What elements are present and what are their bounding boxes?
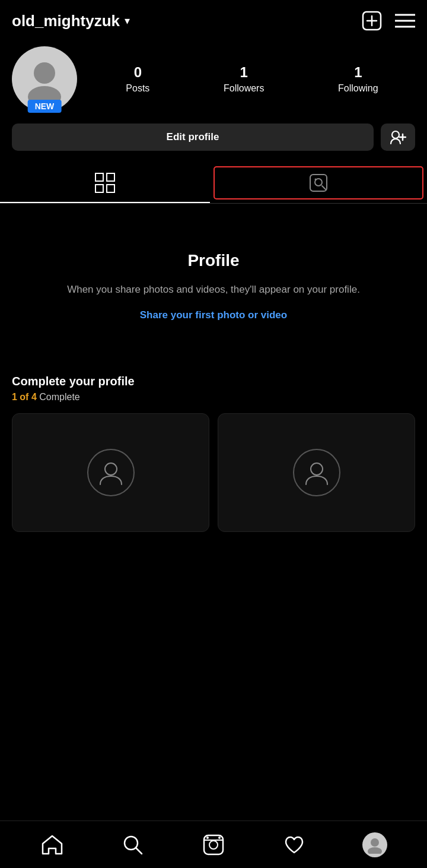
svg-line-17 (322, 186, 326, 189)
svg-point-28 (371, 838, 379, 847)
avatar-container[interactable]: NEW (12, 46, 77, 112)
tabs-row (0, 163, 427, 204)
followers-count: 1 (240, 64, 248, 81)
nav-search[interactable] (115, 827, 151, 863)
svg-rect-13 (95, 185, 103, 192)
new-post-icon[interactable] (362, 11, 382, 31)
complete-profile-section: Complete your profile 1 of 4 Complete (0, 357, 427, 544)
svg-point-20 (311, 463, 323, 475)
tab-tagged[interactable] (210, 163, 427, 203)
svg-point-24 (209, 841, 218, 849)
stat-following[interactable]: 1 Following (338, 64, 378, 94)
bottom-nav (0, 821, 427, 868)
stat-posts[interactable]: 0 Posts (126, 64, 149, 94)
posts-count: 0 (134, 64, 142, 81)
svg-point-18 (315, 179, 317, 180)
complete-card-2[interactable] (218, 413, 415, 532)
header: old_mightyzuk ▾ (0, 0, 427, 37)
tab-grid[interactable] (0, 163, 210, 203)
stat-followers[interactable]: 1 Followers (224, 64, 264, 94)
buttons-row: Edit profile (0, 123, 427, 163)
posts-label: Posts (126, 83, 149, 94)
header-left: old_mightyzuk ▾ (12, 12, 130, 30)
complete-profile-subtitle: 1 of 4 Complete (12, 392, 415, 403)
card-avatar-icon-2 (293, 449, 340, 496)
header-right (362, 11, 415, 31)
following-label: Following (338, 83, 378, 94)
username-label[interactable]: old_mightyzuk (12, 12, 120, 30)
nav-profile-avatar (362, 832, 387, 857)
nav-reels[interactable] (196, 827, 231, 863)
svg-point-6 (34, 62, 55, 84)
svg-point-19 (105, 463, 117, 475)
empty-state-title: Profile (187, 251, 239, 270)
svg-point-8 (392, 131, 399, 138)
complete-profile-cards (12, 413, 415, 532)
nav-profile[interactable] (357, 827, 393, 863)
add-person-button[interactable] (381, 123, 415, 151)
profile-empty-state: Profile When you share photos and videos… (0, 204, 427, 357)
svg-point-27 (218, 837, 221, 839)
share-first-photo-link[interactable]: Share your first photo or video (140, 309, 287, 321)
progress-highlight: 1 of 4 (12, 392, 37, 402)
nav-home[interactable] (34, 827, 70, 863)
svg-line-22 (136, 848, 142, 854)
svg-rect-12 (107, 173, 114, 181)
new-badge: NEW (28, 100, 62, 113)
complete-card-1[interactable] (12, 413, 209, 532)
progress-rest: Complete (37, 392, 80, 402)
following-count: 1 (354, 64, 362, 81)
svg-rect-14 (107, 185, 114, 192)
card-avatar-icon-1 (87, 449, 135, 496)
stats-row: 0 Posts 1 Followers 1 Following (89, 64, 415, 94)
followers-label: Followers (224, 83, 264, 94)
svg-point-26 (206, 837, 209, 839)
profile-row: NEW 0 Posts 1 Followers 1 Following (0, 37, 427, 123)
edit-profile-button[interactable]: Edit profile (12, 123, 374, 151)
svg-rect-11 (95, 173, 103, 181)
complete-profile-title: Complete your profile (12, 375, 415, 388)
svg-point-29 (368, 847, 382, 854)
nav-activity[interactable] (276, 827, 312, 863)
chevron-down-icon[interactable]: ▾ (125, 14, 130, 27)
menu-icon[interactable] (395, 11, 415, 31)
empty-state-description: When you share photos and videos, they'l… (67, 282, 360, 297)
